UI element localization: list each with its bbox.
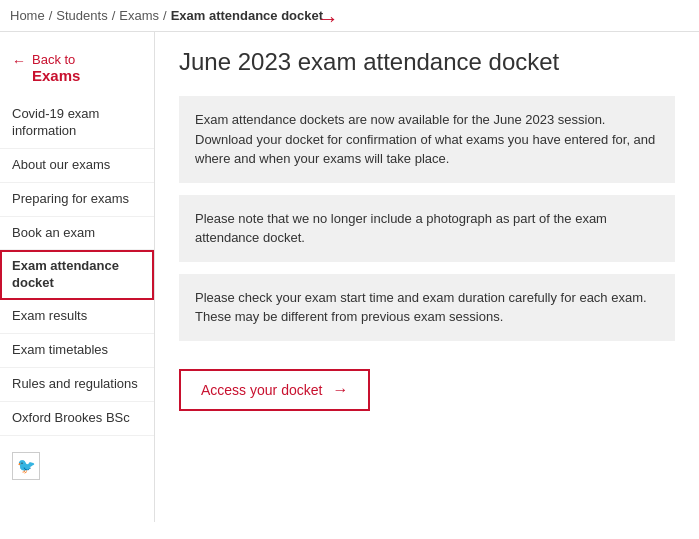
back-to-exams-link[interactable]: ← Back to Exams <box>0 42 154 98</box>
sidebar-nav: Covid-19 exam information About our exam… <box>0 98 154 436</box>
main-content: June 2023 exam attendance docket Exam at… <box>155 32 699 522</box>
sidebar-item-results[interactable]: Exam results <box>0 300 154 334</box>
breadcrumb-home[interactable]: Home <box>10 8 45 23</box>
twitter-icon[interactable]: 🐦 <box>12 452 40 480</box>
info-box-3: Please check your exam start time and ex… <box>179 274 675 341</box>
info-box-2: Please note that we no longer include a … <box>179 195 675 262</box>
sidebar: ← Back to Exams Covid-19 exam informatio… <box>0 32 155 522</box>
page-title: June 2023 exam attendance docket <box>179 48 675 76</box>
access-docket-arrow-icon: → <box>332 381 348 399</box>
back-exams-label: Exams <box>32 67 80 84</box>
sidebar-item-oxford[interactable]: Oxford Brookes BSc <box>0 402 154 436</box>
sidebar-item-attendance[interactable]: Exam attendance docket <box>0 250 154 300</box>
sidebar-item-preparing[interactable]: Preparing for exams <box>0 183 154 217</box>
breadcrumb-sep-1: / <box>49 8 53 23</box>
breadcrumb-current: Exam attendance docket <box>171 8 323 23</box>
sidebar-item-rules[interactable]: Rules and regulations <box>0 368 154 402</box>
page-layout: ← Back to Exams Covid-19 exam informatio… <box>0 32 699 522</box>
sidebar-item-timetables[interactable]: Exam timetables <box>0 334 154 368</box>
access-docket-button[interactable]: Access your docket → <box>179 369 370 411</box>
breadcrumb-sep-2: / <box>112 8 116 23</box>
breadcrumb-arrow-icon: → <box>317 6 339 32</box>
info-box-1: Exam attendance dockets are now availabl… <box>179 96 675 183</box>
sidebar-item-about[interactable]: About our exams <box>0 149 154 183</box>
breadcrumb: Home / Students / Exams / Exam attendanc… <box>0 0 699 32</box>
sidebar-item-book[interactable]: Book an exam <box>0 217 154 251</box>
access-docket-label: Access your docket <box>201 382 322 398</box>
back-arrow-icon: ← <box>12 53 26 69</box>
sidebar-item-covid[interactable]: Covid-19 exam information <box>0 98 154 149</box>
breadcrumb-exams[interactable]: Exams <box>119 8 159 23</box>
breadcrumb-students[interactable]: Students <box>56 8 107 23</box>
back-to-label: Back to <box>32 52 80 67</box>
breadcrumb-sep-3: / <box>163 8 167 23</box>
